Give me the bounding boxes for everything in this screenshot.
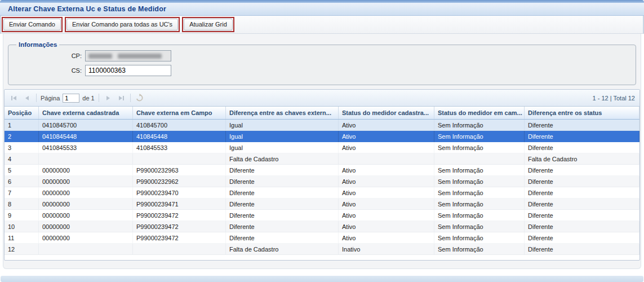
table-cell <box>133 153 226 165</box>
table-cell: Ativo <box>339 187 434 199</box>
table-cell: Igual <box>226 131 339 142</box>
table-cell: 2 <box>5 131 39 142</box>
table-cell: Sem Informação <box>434 142 525 153</box>
enviar-comando-todas-ucs-button[interactable]: Enviar Comando para todas as UC's <box>66 19 178 30</box>
table-cell: Sem Informação <box>434 232 525 244</box>
table-cell: Diferente <box>525 187 639 199</box>
grid-header: PosiçãoChave externa cadastradaChave ext… <box>5 107 639 120</box>
previous-page-icon[interactable] <box>22 93 32 103</box>
first-page-icon[interactable] <box>9 93 19 103</box>
table-cell: 410845448 <box>133 131 226 142</box>
table-row[interactable]: 800000000P99000239471DiferenteAtivoSem I… <box>5 199 639 210</box>
table-row[interactable]: 1100000000P99000239472DiferenteAtivoSem … <box>5 232 639 244</box>
grid-body: 10410845700410845700IgualAtivoSem Inform… <box>5 120 639 255</box>
table-cell: Diferente <box>525 131 639 142</box>
table-cell: Diferente <box>525 199 639 210</box>
table-cell: 3 <box>5 142 39 153</box>
table-cell: P99000239471 <box>133 199 226 210</box>
table-cell: Diferente <box>226 187 339 199</box>
cs-row: CS: <box>13 65 631 76</box>
cs-input[interactable] <box>85 65 171 76</box>
annotation-box-3: Atualizar Grid <box>182 17 234 32</box>
table-row[interactable]: 900000000P99000239472DiferenteAtivoSem I… <box>5 210 639 221</box>
table-cell <box>434 153 525 165</box>
table-cell: 00000000 <box>39 165 133 176</box>
table-cell: Diferente <box>525 244 639 255</box>
table-cell: Sem Informação <box>434 120 525 131</box>
table-cell: Diferente <box>226 210 339 221</box>
next-page-icon[interactable] <box>103 93 113 103</box>
last-page-icon[interactable] <box>116 93 126 103</box>
column-header[interactable]: Status do medidor em cam... <box>434 107 525 119</box>
table-cell: 8 <box>5 199 39 210</box>
column-header[interactable]: Status do medidor cadastra... <box>339 107 434 119</box>
table-cell: Ativo <box>339 221 434 232</box>
table-row[interactable]: 500000000P99000232963DiferenteAtivoSem I… <box>5 165 639 176</box>
table-row[interactable]: 600000000P99000232962DiferenteAtivoSem I… <box>5 176 639 187</box>
toolbar: Enviar Comando Enviar Comando para todas… <box>0 16 644 34</box>
column-header[interactable]: Diferença entre os status <box>525 107 639 119</box>
table-cell: Diferente <box>525 120 639 131</box>
table-cell: Diferente <box>226 221 339 232</box>
table-cell: P99000232963 <box>133 165 226 176</box>
table-cell: 00000000 <box>39 199 133 210</box>
cp-label: CP: <box>13 52 85 59</box>
table-row[interactable]: 4Falta de CadastroFalta de Cadastro <box>5 153 639 165</box>
page-of-label: de 1 <box>82 95 94 102</box>
table-cell: 0410845448 <box>39 131 133 142</box>
table-cell: 12 <box>5 244 39 255</box>
table-cell: 1 <box>5 120 39 131</box>
table-cell: P99000239472 <box>133 221 226 232</box>
table-cell: Sem Informação <box>434 244 525 255</box>
page-number-input[interactable] <box>63 94 79 103</box>
table-row[interactable]: 10410845700410845700IgualAtivoSem Inform… <box>5 120 639 131</box>
table-cell: 00000000 <box>39 210 133 221</box>
refresh-icon[interactable] <box>135 93 145 103</box>
table-row[interactable]: 30410845533410845533IgualAtivoSem Inform… <box>5 142 639 153</box>
table-cell: Ativo <box>339 199 434 210</box>
record-count-summary: 1 - 12 | Total 12 <box>593 95 635 102</box>
informacoes-legend: Informações <box>16 41 59 48</box>
column-header[interactable]: Chave externa cadastrada <box>39 107 133 119</box>
paging-toolbar: Página de 1 1 - 12 | Total 12 <box>5 90 639 107</box>
page-title: Alterar Chave Externa Uc e Status de Med… <box>8 5 166 13</box>
table-row[interactable]: 12Falta de CadastroInativoSem Informação… <box>5 244 639 255</box>
column-header[interactable]: Chave externa em Campo <box>133 107 226 119</box>
table-cell: Igual <box>226 120 339 131</box>
table-cell: Ativo <box>339 176 434 187</box>
enviar-comando-button[interactable]: Enviar Comando <box>3 19 61 30</box>
window-bottom-strip <box>1 276 643 282</box>
table-cell: 00000000 <box>39 176 133 187</box>
table-cell: 10 <box>5 221 39 232</box>
table-cell: Falta de Cadastro <box>525 153 639 165</box>
table-cell: Diferente <box>226 199 339 210</box>
table-cell: Diferente <box>525 221 639 232</box>
pager-separator <box>99 94 99 102</box>
table-row[interactable]: 1000000000P99000239472DiferenteAtivoSem … <box>5 221 639 232</box>
table-cell: Igual <box>226 142 339 153</box>
atualizar-grid-button[interactable]: Atualizar Grid <box>184 19 233 30</box>
cp-field <box>85 50 171 61</box>
annotation-box-2: Enviar Comando para todas as UC's <box>65 17 180 32</box>
redacted-blur <box>118 54 162 59</box>
cp-row: CP: <box>13 50 631 61</box>
table-cell: Ativo <box>339 210 434 221</box>
table-cell: 0410845700 <box>39 120 133 131</box>
table-cell: Falta de Cadastro <box>226 244 339 255</box>
table-row[interactable]: 700000000P99000239470DiferenteAtivoSem I… <box>5 187 639 199</box>
table-cell: Diferente <box>525 142 639 153</box>
table-cell: 11 <box>5 232 39 244</box>
table-row[interactable]: 20410845448410845448IgualAtivoSem Inform… <box>5 131 639 142</box>
table-cell: 410845533 <box>133 142 226 153</box>
table-cell <box>39 244 133 255</box>
title-bar: Alterar Chave Externa Uc e Status de Med… <box>0 3 644 16</box>
informacoes-fieldset: Informações CP: CS: <box>8 41 636 85</box>
table-cell: Ativo <box>339 142 434 153</box>
column-header[interactable]: Diferença entre as chaves extern... <box>226 107 339 119</box>
table-cell: 9 <box>5 210 39 221</box>
table-cell: Diferente <box>525 232 639 244</box>
table-cell: 5 <box>5 165 39 176</box>
table-cell <box>39 153 133 165</box>
page-label: Página <box>41 95 60 102</box>
column-header[interactable]: Posição <box>5 107 39 119</box>
